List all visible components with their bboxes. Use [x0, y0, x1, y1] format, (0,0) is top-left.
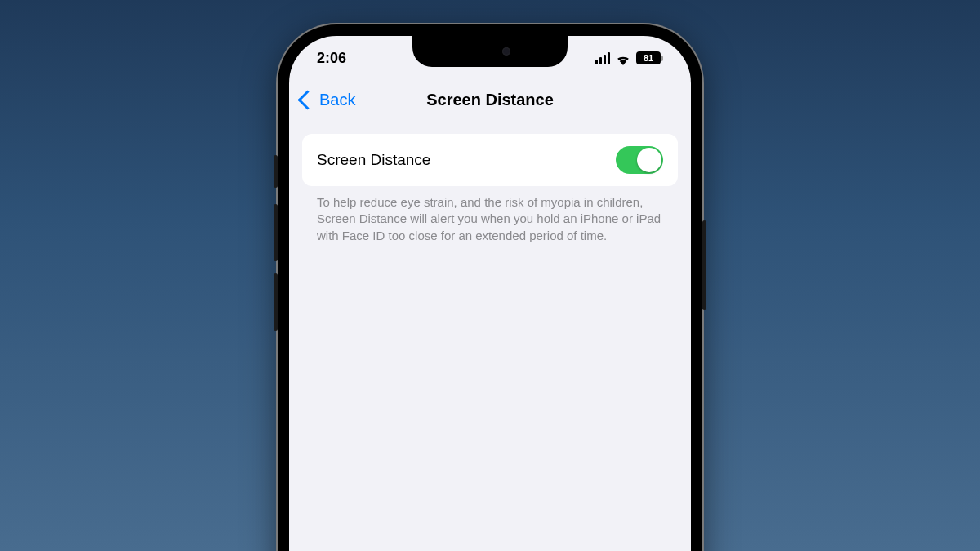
battery-indicator: 81 — [636, 51, 663, 64]
back-label: Back — [319, 91, 355, 109]
screen-distance-toggle[interactable] — [616, 146, 663, 174]
battery-level: 81 — [636, 51, 661, 64]
volume-down-button — [274, 273, 278, 331]
camera-dot — [502, 47, 510, 56]
cellular-icon — [595, 52, 611, 64]
wifi-icon — [615, 52, 631, 64]
row-label: Screen Distance — [317, 151, 430, 169]
iphone-frame: 2:06 81 Back Screen Distanc — [278, 24, 702, 551]
power-button — [702, 220, 706, 310]
chevron-left-icon — [297, 90, 317, 109]
mute-switch — [274, 155, 278, 188]
clock: 2:06 — [317, 50, 346, 67]
toggle-knob — [637, 148, 662, 172]
nav-bar: Back Screen Distance — [289, 80, 691, 119]
status-right: 81 — [595, 51, 664, 64]
screen-distance-row: Screen Distance — [302, 134, 678, 186]
row-description: To help reduce eye strain, and the risk … — [302, 186, 678, 244]
backdrop: 2:06 81 Back Screen Distanc — [0, 0, 980, 551]
content-area: Screen Distance To help reduce eye strai… — [289, 119, 691, 259]
notch — [412, 36, 568, 67]
back-button[interactable]: Back — [301, 91, 355, 109]
volume-up-button — [274, 204, 278, 261]
screen: 2:06 81 Back Screen Distanc — [289, 36, 691, 551]
